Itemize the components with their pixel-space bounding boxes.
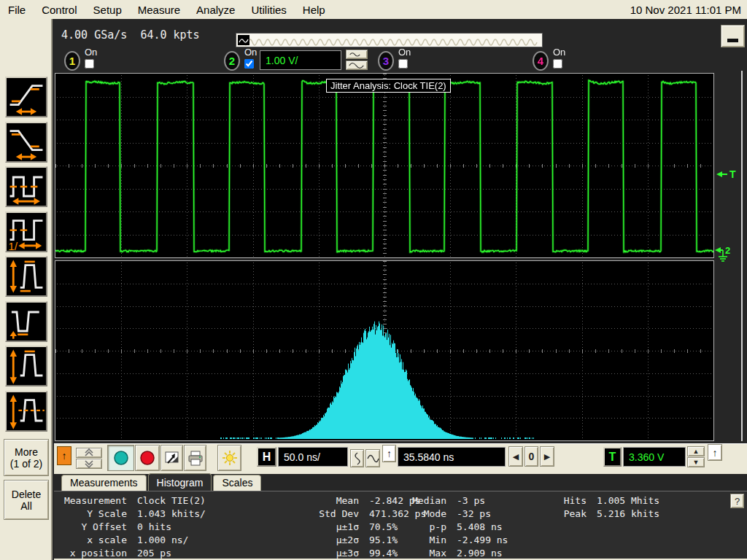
svg-text:2: 2 — [725, 245, 730, 256]
measurement-sidebar: More (1 of 2) Delete All 1/ — [0, 19, 53, 560]
display-right-edge — [741, 71, 743, 441]
channel-4-on-label: On — [553, 47, 565, 58]
channel-2-on-checkbox[interactable] — [244, 59, 254, 69]
svg-text:1/: 1/ — [8, 239, 18, 250]
vmin-button[interactable] — [5, 301, 47, 342]
result-value: 95.1% — [359, 534, 398, 545]
frequency-button[interactable]: 1/ — [5, 211, 47, 252]
hscale-fine-button[interactable] — [350, 449, 364, 467]
result-label: Mean — [242, 495, 359, 506]
vertical-expand-up-button[interactable] — [76, 448, 102, 458]
ground-icon: 2 — [714, 245, 735, 265]
rise-time-button[interactable] — [5, 77, 47, 117]
trigger-position-indicator[interactable]: ↑ — [57, 446, 71, 465]
delete-all-label-1: Delete — [9, 489, 44, 500]
menu-item-file[interactable]: File — [0, 1, 34, 18]
channel-2-ground-marker[interactable]: 2 — [714, 245, 735, 268]
result-label: Y Offset — [60, 521, 127, 532]
tab-histogram[interactable]: Histogram — [148, 473, 212, 491]
help-button[interactable]: ? — [730, 494, 744, 508]
result-row: Peak5.216 khits — [554, 508, 659, 519]
menu-item-analyze[interactable]: Analyze — [188, 1, 243, 18]
sun-icon — [220, 448, 239, 467]
result-row: Y Scale1.043 khits/ — [60, 508, 206, 519]
vamp-button[interactable] — [5, 391, 47, 432]
result-value: 5.216 khits — [587, 508, 659, 519]
trigger-level-down-button[interactable]: ▼ — [687, 457, 705, 467]
channel-2-scale-fine-button[interactable] — [346, 50, 368, 59]
result-row: Mean-2.842 ps — [242, 495, 420, 506]
channel-4-on-checkbox[interactable] — [553, 59, 562, 69]
channel-3-on-label: On — [398, 47, 411, 58]
menu-item-setup[interactable]: Setup — [85, 1, 130, 18]
hscale-coarse-button[interactable] — [365, 449, 380, 467]
delete-all-button[interactable]: Delete All — [4, 480, 49, 520]
timebase-field[interactable]: 50.0 ns/ — [278, 447, 348, 467]
channel-1-on-label: On — [85, 47, 97, 58]
delay-increment-button[interactable]: ▶ — [540, 446, 554, 467]
jitter-annotation[interactable]: Jitter Analysis: Clock TIE(2) — [326, 79, 451, 93]
result-label: μ±3σ — [242, 548, 359, 559]
trigger-level-up-button[interactable]: ▲ — [687, 446, 705, 456]
print-button[interactable] — [184, 445, 206, 471]
small-sine-icon — [352, 451, 363, 466]
horizontal-settings-badge[interactable]: H — [257, 447, 276, 467]
stop-button[interactable] — [135, 445, 160, 471]
menu-item-measure[interactable]: Measure — [130, 1, 188, 18]
trigger-level-field[interactable]: 3.360 V — [623, 447, 686, 467]
scroll-handle[interactable] — [238, 35, 249, 45]
result-value: 70.5% — [359, 521, 398, 532]
channel-2-badge[interactable]: 2 — [224, 51, 240, 71]
result-label: x position — [60, 548, 127, 559]
channel-3-badge[interactable]: 3 — [378, 51, 394, 71]
trigger-level-marker[interactable]: T — [716, 168, 736, 180]
horizontal-reference-button[interactable]: ↑ — [382, 445, 396, 462]
minimize-button[interactable] — [721, 25, 745, 47]
result-row: Max2.909 ns — [398, 548, 503, 559]
single-acquisition-icon — [163, 449, 181, 467]
delay-decrement-button[interactable]: ◀ — [508, 446, 523, 467]
tab-scales[interactable]: Scales — [213, 475, 261, 491]
menu-item-control[interactable]: Control — [34, 1, 85, 18]
double-chevron-down-icon — [78, 459, 100, 468]
run-button[interactable] — [107, 445, 134, 471]
result-row: x position205 ps — [60, 548, 171, 559]
vmax-button[interactable] — [5, 346, 47, 386]
display-brightness-button[interactable] — [217, 445, 241, 471]
tie-histogram-canvas — [55, 261, 713, 440]
result-label: μ±1σ — [242, 521, 359, 532]
channel-3-on-checkbox[interactable] — [398, 59, 408, 69]
menu-item-utilities[interactable]: Utilities — [243, 1, 294, 18]
tab-measurements[interactable]: Measurements — [61, 475, 147, 491]
more-label: More — [9, 446, 44, 458]
channel-1-on-checkbox[interactable] — [85, 59, 94, 69]
datetime-display: 10 Nov 2021 11:01 PM — [630, 4, 747, 16]
period-button[interactable] — [5, 166, 47, 207]
vertical-expand-down-button[interactable] — [76, 459, 102, 469]
channel-4-badge[interactable]: 4 — [533, 51, 549, 71]
run-icon — [112, 449, 130, 467]
result-row: x scale1.000 ns/ — [60, 534, 188, 545]
result-value: 0 hits — [127, 521, 171, 532]
menu-item-help[interactable]: Help — [295, 1, 333, 18]
menu-bar: FileControlSetupMeasureAnalyzeUtilitiesH… — [0, 0, 747, 19]
trigger-settings-badge[interactable]: T — [603, 447, 622, 467]
left-arrow-icon — [716, 169, 728, 179]
result-row: Mode-32 ps — [398, 508, 491, 519]
minimize-icon — [727, 39, 738, 42]
channel-2-scale-coarse-button[interactable] — [346, 61, 368, 70]
delay-field[interactable]: 35.5840 ns — [398, 447, 506, 467]
result-label: Max — [398, 548, 446, 559]
acquisition-overview-scrollbar[interactable] — [236, 33, 543, 47]
delay-zero-button[interactable]: 0 — [525, 446, 538, 467]
right-triangle-icon: ▶ — [544, 452, 550, 462]
single-acquisition-button[interactable] — [160, 445, 183, 471]
channel-2-scale-field[interactable]: 1.00 V/ — [260, 50, 341, 70]
result-value: -32 ps — [446, 508, 491, 519]
channel-1-badge[interactable]: 1 — [64, 51, 80, 71]
result-value: 2.909 ns — [446, 548, 503, 559]
more-button[interactable]: More (1 of 2) — [4, 439, 49, 476]
fall-time-button[interactable] — [5, 122, 47, 163]
vpp-button[interactable] — [5, 256, 47, 297]
trigger-reference-button[interactable]: ↑ — [708, 444, 722, 461]
